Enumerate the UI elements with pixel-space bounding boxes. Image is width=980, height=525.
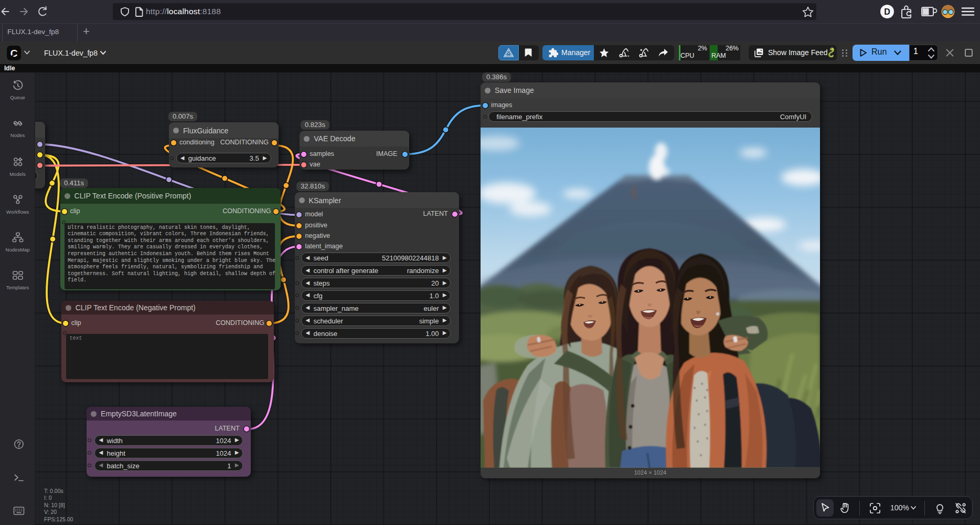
svg-text:D: D [884, 7, 890, 16]
